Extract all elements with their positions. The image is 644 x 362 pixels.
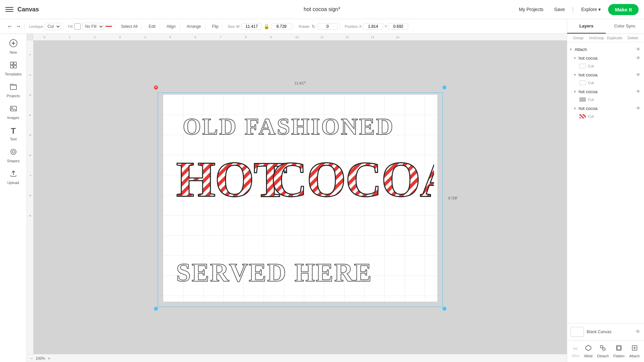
zoom-out-button[interactable]: − xyxy=(30,356,33,361)
hotcocoa-2-label: hot cocoa xyxy=(579,72,635,77)
hotcocoa-2-cut-item[interactable]: Cut xyxy=(571,79,644,86)
ungroup-button[interactable]: UnGroup xyxy=(589,36,604,40)
right-panel: Layers Color Sync Group UnGroup Duplicat… xyxy=(567,19,644,362)
shapes-icon xyxy=(9,148,17,158)
my-projects-button[interactable]: My Projects xyxy=(516,5,547,14)
position-x-input[interactable] xyxy=(363,23,383,30)
served-here-text: SERVED HERE xyxy=(176,258,372,287)
top-actions: My Projects Save | Explore Make It xyxy=(516,4,639,15)
layer-hotcocoa-3-header[interactable]: ▼ hot cocoa 👁 xyxy=(571,87,644,96)
handle-top-right[interactable] xyxy=(442,85,446,89)
flatten-action[interactable]: Flatten xyxy=(611,343,627,359)
sidebar-item-images[interactable]: Images xyxy=(2,102,25,122)
sidebar-upload-label: Upload xyxy=(7,181,19,185)
hotcocoa-4-eye-icon[interactable]: 👁 xyxy=(636,106,641,111)
position-y-input[interactable] xyxy=(388,23,408,30)
align-button[interactable]: Align xyxy=(165,23,178,30)
size-h-input[interactable] xyxy=(271,23,291,30)
hotcocoa-1-cut-label: Cut xyxy=(588,64,594,68)
edit-button[interactable]: Edit xyxy=(147,23,158,30)
sidebar-item-upload[interactable]: Upload xyxy=(2,167,25,187)
size-w-label: W xyxy=(236,24,239,28)
hot-cocoa-sign-svg: OLD FASHIONED HOT COCOA SERVED HERE xyxy=(166,103,434,300)
hotcocoa-3-chevron-icon: ▼ xyxy=(573,90,577,94)
hamburger-menu-button[interactable] xyxy=(5,5,13,13)
hotcocoa-2-eye-icon[interactable]: 👁 xyxy=(636,72,641,77)
hotcocoa-3-cut-label: Cut xyxy=(588,98,594,102)
flatten-label: Flatten xyxy=(613,354,625,358)
fill-color-line xyxy=(105,26,112,27)
rotate-group: Rotate ↻ xyxy=(297,23,340,30)
handle-bottom-left[interactable] xyxy=(154,307,158,311)
weld-icon xyxy=(585,345,592,353)
handle-top-left[interactable]: ✕ xyxy=(154,85,158,89)
blank-canvas-label: Blank Canvas xyxy=(587,329,633,334)
hotcocoa-1-swatch xyxy=(579,64,586,68)
attach-eye-icon[interactable]: 👁 xyxy=(636,47,641,52)
rotate-input[interactable] xyxy=(318,23,338,30)
weld-action[interactable]: Weld xyxy=(582,343,594,359)
attach-action[interactable]: Attach xyxy=(627,343,642,359)
size-w-input[interactable] xyxy=(241,23,262,30)
size-lock-icon[interactable]: 🔒 xyxy=(264,24,269,29)
explore-button[interactable]: Explore xyxy=(578,5,604,14)
undo-button[interactable]: ↩ xyxy=(6,23,13,30)
group-button[interactable]: Group xyxy=(571,36,586,40)
canvas-page[interactable]: OLD FASHIONED HOT COCOA SERVED HERE xyxy=(163,94,438,302)
ruler-horizontal: 0 1 2 3 4 5 6 7 8 9 10 11 12 13 14 xyxy=(34,34,567,41)
canvas-content: 11.417" 8.728" ✕ OLD FASHIONED xyxy=(34,41,567,355)
linetype-select[interactable]: Cut xyxy=(45,23,61,30)
sidebar-item-templates[interactable]: Templates xyxy=(2,58,25,79)
left-sidebar: New Templates Projects xyxy=(0,34,27,362)
hotcocoa-3-cut-item[interactable]: Cut xyxy=(571,96,644,103)
layer-hotcocoa-4-header[interactable]: ▼ hot cocoa 👁 xyxy=(571,104,644,113)
sign-container: OLD FASHIONED HOT COCOA SERVED HERE xyxy=(166,105,434,298)
arrange-button[interactable]: Arrange xyxy=(184,23,203,30)
hotcocoa-3-swatch xyxy=(579,97,586,102)
svg-text:SERVED HERE: SERVED HERE xyxy=(176,258,372,287)
sidebar-item-new[interactable]: New xyxy=(2,37,25,57)
layer-group-attach-header[interactable]: ▼ Attach 👁 xyxy=(567,45,644,54)
bottom-actions: ✂ Slice Weld Detach xyxy=(567,340,644,362)
hotcocoa-4-cut-label: Cut xyxy=(588,114,594,118)
detach-action[interactable]: Detach xyxy=(595,343,611,359)
flip-button[interactable]: Flip xyxy=(210,23,220,30)
select-all-group: Select All xyxy=(117,23,142,30)
handle-bottom-right[interactable] xyxy=(442,307,446,311)
hotcocoa-4-cut-item[interactable]: Cut xyxy=(571,113,644,120)
hotcocoa-2-chevron-icon: ▼ xyxy=(573,73,577,77)
hotcocoa-3-eye-icon[interactable]: 👁 xyxy=(636,89,641,94)
fill-select[interactable]: No Fill xyxy=(82,23,104,30)
slice-action[interactable]: ✂ Slice xyxy=(570,344,582,359)
sidebar-item-projects[interactable]: Projects xyxy=(2,80,25,101)
duplicate-button[interactable]: Duplicate xyxy=(607,36,623,40)
fill-swatch[interactable] xyxy=(74,23,81,30)
zoom-in-button[interactable]: + xyxy=(48,356,50,361)
blank-canvas-eye-icon[interactable]: 👁 xyxy=(635,329,641,335)
make-it-button[interactable]: Make It xyxy=(608,4,639,15)
detach-label: Detach xyxy=(597,354,609,358)
layer-hotcocoa-2-header[interactable]: ▼ hot cocoa 👁 xyxy=(571,70,644,79)
hotcocoa-1-cut-item[interactable]: Cut xyxy=(571,62,644,70)
undo-redo-group: ↩ ↪ xyxy=(4,23,24,30)
position-group: Position X Y xyxy=(343,23,411,30)
templates-icon xyxy=(9,61,17,71)
fill-label: Fill xyxy=(68,24,73,28)
layers-panel: ▼ Attach 👁 ▼ hot cocoa 👁 Cut ▼ xyxy=(567,42,644,323)
tab-color-sync[interactable]: Color Sync xyxy=(606,19,644,34)
hotcocoa-3-label: hot cocoa xyxy=(579,89,635,94)
weld-label: Weld xyxy=(584,354,592,358)
arrange-group: Arrange xyxy=(182,23,205,30)
divider: | xyxy=(572,6,574,13)
hotcocoa-1-chevron-icon: ▼ xyxy=(573,56,577,60)
select-all-button[interactable]: Select All xyxy=(119,23,140,30)
tab-layers[interactable]: Layers xyxy=(567,19,606,34)
hotcocoa-1-eye-icon[interactable]: 👁 xyxy=(636,55,641,61)
delete-button[interactable]: Delete xyxy=(625,36,641,40)
redo-button[interactable]: ↪ xyxy=(15,23,22,30)
rotate-icon: ↻ xyxy=(312,24,316,29)
sidebar-item-text[interactable]: T Text xyxy=(2,124,25,144)
save-button[interactable]: Save xyxy=(551,5,568,14)
layer-hotcocoa-1-header[interactable]: ▼ hot cocoa 👁 xyxy=(571,54,644,62)
sidebar-item-shapes[interactable]: Shapes xyxy=(2,145,25,166)
